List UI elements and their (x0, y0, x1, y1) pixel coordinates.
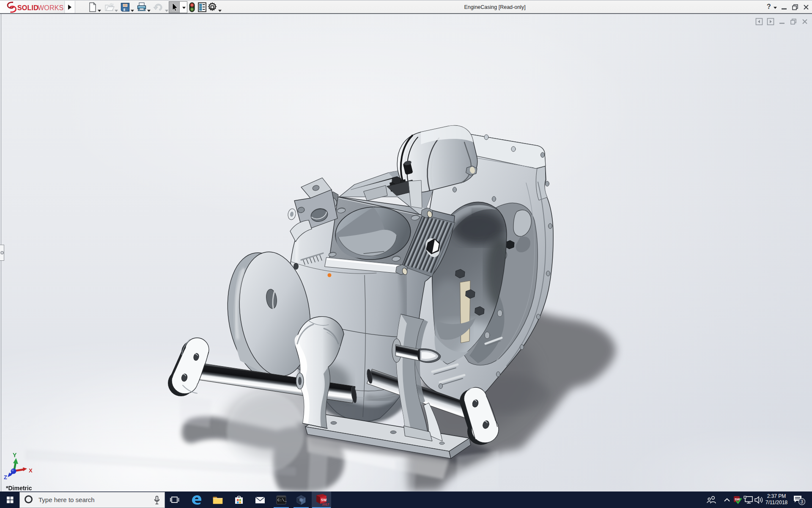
select-split-button[interactable] (169, 1, 187, 13)
action-center-icon[interactable]: 3 (792, 491, 806, 508)
task-view-button[interactable] (165, 491, 184, 508)
panel-collapsed-tab[interactable] (0, 245, 4, 261)
annotation-dot (328, 273, 332, 277)
help-button[interactable]: ? (765, 0, 773, 14)
doc-close-button[interactable] (801, 18, 809, 25)
save-button[interactable] (120, 2, 131, 13)
doc-prev-button[interactable] (755, 18, 763, 25)
triad-y-label: Y (13, 452, 17, 458)
ds-mark-icon (8, 2, 16, 12)
doc-minimize-button[interactable] (778, 18, 786, 25)
settings-dropdown[interactable] (218, 6, 222, 8)
file-explorer-icon[interactable] (208, 491, 228, 508)
store-icon[interactable] (229, 491, 249, 508)
triad-z-label: Z (4, 474, 7, 480)
settings-button[interactable] (207, 2, 218, 13)
start-button[interactable] (0, 491, 20, 508)
window-title: EngineCasing [Read-only] (431, 0, 558, 14)
tray-clock[interactable]: 2:37 PM 7/11/2018 (760, 493, 793, 506)
people-icon[interactable] (704, 491, 720, 508)
clock-time: 2:37 PM (760, 493, 793, 500)
command-prompt-icon[interactable]: C:\_ (272, 491, 291, 508)
save-dropdown[interactable] (131, 6, 134, 8)
selection-filter-button[interactable] (187, 2, 198, 13)
panel-tab-icon (0, 251, 4, 254)
solidworks-2017-icon: SW 2017 (312, 491, 331, 508)
print-button[interactable] (136, 2, 147, 13)
doc-restore-button[interactable] (790, 18, 797, 25)
solidworks-taskbar-tile[interactable]: SW 2017 (312, 491, 331, 508)
orientation-label: *Dimetric (6, 485, 32, 491)
svg-text:SW: SW (321, 498, 327, 502)
model-scene (0, 14, 812, 491)
brand-light: WORKS (38, 4, 63, 11)
cortana-icon (25, 495, 33, 503)
graphics-viewport[interactable]: Y X Z *Dimetric (0, 14, 812, 491)
new-document-button[interactable] (87, 2, 98, 13)
search-placeholder: Type here to search (38, 492, 95, 508)
undo-dropdown[interactable] (165, 6, 168, 8)
edrawings-icon[interactable] (291, 491, 311, 508)
undo-button[interactable] (153, 2, 164, 13)
gear-icon (207, 2, 218, 13)
title-bar: SOLID WORKS (0, 0, 812, 14)
flyout-arrow-icon (68, 4, 72, 10)
select-button[interactable] (169, 2, 180, 13)
microphone-icon[interactable] (154, 495, 160, 505)
options-list-button[interactable] (197, 2, 208, 13)
svg-text:C:\_: C:\_ (277, 498, 287, 502)
solidworks-tray-icon[interactable]: SW (732, 491, 743, 508)
open-dropdown[interactable] (115, 6, 118, 8)
new-document-dropdown[interactable] (98, 6, 101, 8)
solidworks-logo: SOLID WORKS (0, 1, 64, 14)
taskbar: Type here to search C:\_ SW 2017 (0, 491, 812, 508)
triad-x-label: X (29, 467, 33, 474)
doc-next-button[interactable] (767, 18, 774, 25)
open-button[interactable] (104, 2, 115, 13)
print-dropdown[interactable] (147, 6, 151, 8)
toolbar-flyout-button[interactable] (64, 1, 75, 14)
clock-date: 7/11/2018 (760, 500, 793, 506)
svg-text:2017: 2017 (322, 502, 329, 506)
edge-icon[interactable] (187, 491, 206, 508)
brand-bold: SOLID (17, 4, 38, 11)
taskbar-search[interactable]: Type here to search (19, 492, 165, 508)
orientation-triad: Y X Z (0, 445, 47, 486)
mail-icon[interactable] (250, 491, 270, 508)
select-dropdown[interactable] (182, 6, 186, 9)
notification-badge: 3 (801, 499, 803, 504)
select-cursor-icon (169, 2, 180, 13)
